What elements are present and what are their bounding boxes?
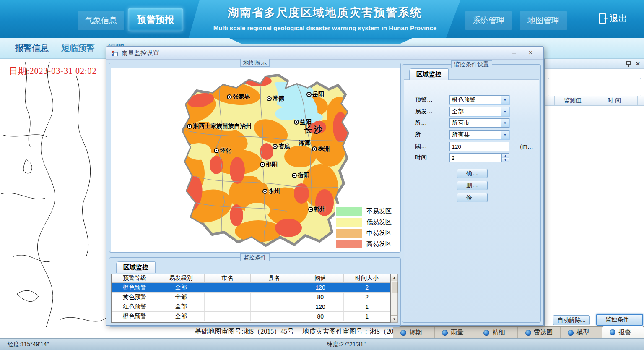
- bottom-tab[interactable]: 雷达图: [518, 327, 561, 338]
- form-field-row: 预警… 橙色预警: [402, 95, 540, 104]
- scroll-down-arrow[interactable]: ▼: [391, 315, 397, 322]
- panel-close-icon[interactable]: ×: [636, 60, 640, 67]
- city-marker-icon: [214, 148, 219, 153]
- dropdown-arrow-icon[interactable]: [501, 131, 509, 139]
- table-cell: [205, 293, 251, 302]
- map-city-label: 岳阳: [306, 91, 324, 98]
- dropdown-arrow-icon[interactable]: [501, 96, 509, 104]
- table-row[interactable]: 红色预警全部1201: [112, 302, 390, 312]
- bottom-tab[interactable]: 精细...: [476, 327, 518, 338]
- map-city-label: 怀化: [214, 147, 231, 154]
- table-cell: 1: [344, 302, 390, 311]
- dropdown-arrow-icon[interactable]: [501, 119, 509, 127]
- window-minimize-button[interactable]: —: [580, 12, 593, 24]
- legend-swatch: [336, 240, 362, 248]
- longitude-readout: 经度:115°49'14": [8, 341, 49, 348]
- city-marker-icon: [262, 189, 267, 194]
- dialog-minimize-button[interactable]: –: [512, 50, 516, 56]
- table-cell: 全部: [158, 312, 205, 321]
- pin-icon[interactable]: [626, 61, 630, 67]
- form-action-button[interactable]: 删…: [457, 181, 488, 190]
- app-title: 湖南省多尺度区域地质灾害预警系统: [191, 5, 459, 20]
- dropdown-2[interactable]: 所有市: [449, 118, 509, 128]
- form-action-button[interactable]: 修…: [457, 193, 488, 202]
- form-field-row: 时间… 2▲▼: [402, 153, 540, 162]
- map-city-label: 郴州: [308, 206, 326, 213]
- bottom-tab[interactable]: 短期...: [393, 327, 435, 338]
- bottom-tab[interactable]: 模型...: [561, 327, 602, 338]
- city-marker-icon: [294, 120, 299, 125]
- right-panel-button[interactable]: 自动解除...: [553, 315, 590, 325]
- table-cell: 橙色预警: [112, 312, 158, 321]
- banner-wedge: [229, 38, 413, 44]
- table-cell: 黄色预警: [112, 293, 158, 302]
- map-approval-note: 基础地图审图号:湘S（2015）45号 地质灾害图件审图号：湘S（2018）04…: [195, 327, 420, 336]
- map-city-label: 张家界: [227, 93, 250, 101]
- time-spinner[interactable]: 2▲▼: [449, 153, 509, 162]
- dialog-close-button[interactable]: ×: [529, 50, 532, 56]
- table-cell: [251, 312, 297, 321]
- globe-icon: [442, 330, 448, 336]
- settings-tab-region-monitor[interactable]: 区域监控: [409, 68, 449, 80]
- exit-button[interactable]: 退出: [599, 11, 627, 26]
- dialog-form-icon: [112, 50, 118, 56]
- table-cell: 120: [297, 302, 344, 311]
- threshold-input[interactable]: 120: [449, 142, 509, 151]
- legend-swatch: [336, 207, 362, 216]
- spinner-down-icon[interactable]: ▼: [502, 158, 509, 162]
- monitor-table-header-cell: 监测值: [555, 96, 591, 105]
- dropdown-1[interactable]: 全部: [449, 107, 509, 116]
- table-row[interactable]: 黄色预警全部802: [112, 293, 390, 302]
- form-field-label: 时间…: [415, 154, 433, 162]
- map-city-label: 湘潭: [299, 139, 310, 147]
- header-nav-label: 系统管理: [473, 15, 504, 26]
- header-nav-button[interactable]: 地图管理: [520, 11, 567, 30]
- bottom-tab[interactable]: 雨量...: [435, 327, 476, 338]
- table-cell: 2: [344, 283, 390, 292]
- settings-groupbox-label: 监控条件设置: [451, 60, 492, 68]
- app-header: 湖南省多尺度区域地质灾害预警系统 Multi scale regional ge…: [0, 0, 644, 38]
- header-nav-button[interactable]: 系统管理: [465, 11, 512, 30]
- monitor-panel-box: [548, 78, 641, 97]
- dialog-titlebar[interactable]: 雨量监控设置 – ×: [106, 47, 543, 60]
- table-cell: 橙色预警: [112, 283, 158, 292]
- subnav-item[interactable]: 报警信息: [15, 42, 49, 54]
- table-cell: 2: [344, 293, 390, 302]
- risk-legend: 不易发区 低易发区 中易发区 高易发区: [335, 204, 398, 251]
- conditions-table: 预警等级易发级别市名县名阈值时间大小 橙色预警全部1202黄色预警全部802红色…: [111, 274, 391, 323]
- scroll-thumb[interactable]: [392, 282, 398, 293]
- spinner-up-icon[interactable]: ▲: [502, 154, 509, 158]
- rain-monitor-dialog: 雨量监控设置 – × 地图展示: [106, 46, 544, 326]
- right-panel-button[interactable]: 监控条件...: [596, 314, 643, 326]
- subnav-item[interactable]: 短临预警: [61, 42, 95, 54]
- table-row[interactable]: 橙色预警全部801: [112, 312, 390, 321]
- form-field-label: 易发…: [415, 108, 433, 115]
- map-city-label: 湘西土家族苗族自治州: [187, 123, 252, 130]
- conditions-tab-region-monitor[interactable]: 区域监控: [116, 261, 156, 273]
- header-nav-button[interactable]: 气象信息: [78, 11, 124, 30]
- form-action-button[interactable]: 确…: [457, 169, 488, 178]
- header-nav-label: 气象信息: [85, 15, 117, 26]
- table-header-cell: 时间大小: [344, 274, 390, 282]
- bottom-tab[interactable]: 报警...: [602, 326, 644, 338]
- city-marker-icon: [312, 146, 317, 151]
- exit-door-icon: [599, 13, 606, 24]
- city-marker-icon: [260, 162, 265, 167]
- monitor-panel: × 监测值时 间 自动解除... 监控条件...: [544, 59, 644, 326]
- table-row[interactable]: 橙色预警全部1202: [112, 283, 390, 293]
- table-cell: 1: [344, 312, 390, 321]
- dropdown-3[interactable]: 所有县: [449, 130, 509, 139]
- form-field-label: 预警…: [415, 96, 433, 104]
- table-header-cell: 市名: [205, 274, 251, 282]
- scroll-up-arrow[interactable]: ▲: [391, 274, 397, 281]
- legend-label: 不易发区: [366, 207, 392, 215]
- dropdown-0[interactable]: 橙色预警: [449, 95, 509, 104]
- table-cell: 全部: [158, 293, 205, 302]
- dropdown-arrow-icon[interactable]: [501, 107, 509, 116]
- form-field-row: 所… 所有市: [402, 118, 540, 128]
- monitor-table-header-cell: [545, 96, 555, 105]
- city-marker-icon: [187, 124, 192, 129]
- table-scrollbar[interactable]: ▲ ▼: [391, 274, 398, 323]
- header-nav-button[interactable]: 预警预报: [128, 8, 183, 31]
- map-groupbox-label: 地图展示: [240, 59, 270, 67]
